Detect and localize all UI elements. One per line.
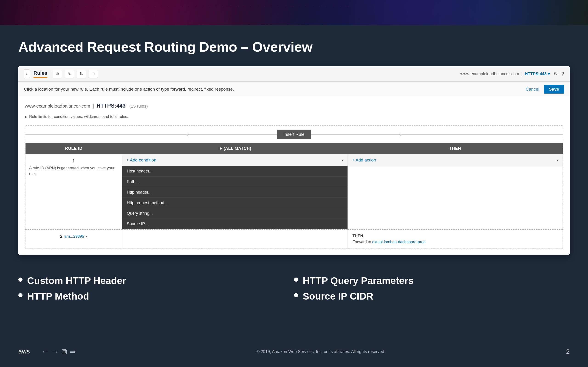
rule2-arn: 2 arn...29895 ▾ — [29, 234, 118, 239]
rule2-forward-target-link[interactable]: exmpl-lambda-dashboard-prod — [372, 240, 425, 244]
condition-option-host-header[interactable]: Host header... — [122, 166, 347, 177]
action-chevron-icon: ▾ — [556, 158, 558, 162]
rule2-then-label: THEN — [352, 234, 558, 238]
notification-actions: Cancel Save — [526, 85, 564, 94]
reorder-button[interactable]: ⇅ — [77, 70, 86, 78]
host-protocol-port: HTTPS:443 — [96, 102, 126, 109]
nav-icons: ← → ⧉ ⇒ — [41, 347, 76, 356]
add-condition-label: + Add condition — [126, 158, 156, 163]
help-button[interactable]: ? — [561, 71, 564, 77]
console-mockup: ‹ Rules ⊕ ✎ ⇅ ⊖ www-exampleloadbalancer-… — [18, 66, 570, 255]
edit-button[interactable]: ✎ — [65, 70, 74, 78]
insert-rule-area: ↓ Insert Rule ↓ — [25, 126, 563, 143]
col-header-rule-id: RULE ID — [26, 143, 122, 154]
url-domain: www-exampleloadbalancer-com — [460, 72, 519, 76]
nav-next-icon[interactable]: ⇒ — [69, 347, 76, 356]
tab-rules[interactable]: Rules — [34, 70, 47, 78]
rule-limits-text: Rule limits for condition values, wildca… — [29, 115, 128, 119]
bullet-item: HTTP Query Parameters — [294, 275, 570, 286]
rules-count: (15 rules) — [129, 104, 148, 108]
rule-dashed-box: ↓ Insert Rule ↓ RULE ID IF (all match) T… — [25, 125, 563, 249]
condition-option-http-request-method[interactable]: Http request method... — [122, 198, 347, 208]
condition-dropdown: Host header... Path... Http header... Ht… — [122, 166, 347, 229]
bullet-text-source-ip: Source IP CIDR — [303, 291, 373, 302]
refresh-button[interactable]: ↻ — [553, 71, 558, 77]
nav-back-icon[interactable]: ← — [41, 347, 49, 356]
bullet-item: Source IP CIDR — [294, 291, 570, 302]
rule2-then-cell: THEN Forward to exmpl-lambda-dashboard-p… — [348, 229, 563, 249]
rule-number: 1 — [29, 158, 118, 163]
console-host-line: www-exampleloadbalancer-com | HTTPS:443 … — [25, 102, 563, 109]
footer-copyright: © 2019, Amazon Web Services, Inc. or its… — [76, 349, 566, 354]
expand-icon: ▶ — [25, 115, 27, 119]
bullet-col-right: HTTP Query Parameters Source IP CIDR — [294, 275, 570, 307]
rule2-arn-dropdown-icon[interactable]: ▾ — [86, 235, 87, 238]
add-rule-button[interactable]: ⊕ — [53, 70, 62, 78]
condition-option-path[interactable]: Path... — [122, 177, 347, 187]
toolbar-url: www-exampleloadbalancer-com | HTTPS:443 … — [460, 71, 550, 76]
bullet-item: HTTP Method — [18, 291, 294, 302]
insert-arrow-right: ↓ — [399, 131, 401, 137]
svg-text:aws: aws — [18, 348, 30, 355]
rules-table: RULE ID IF (all match) THEN 1 A rule ID … — [25, 143, 563, 249]
console-toolbar: ‹ Rules ⊕ ✎ ⇅ ⊖ www-exampleloadbalancer-… — [18, 66, 570, 82]
rule2-number: 2 — [60, 234, 62, 239]
rule2-forward-prefix: Forward to — [352, 240, 371, 244]
condition-chevron-icon: ▾ — [342, 158, 343, 162]
insert-arrow-left: ↓ — [187, 131, 189, 137]
col-header-if: IF (all match) — [122, 143, 348, 154]
bottom-section: Custom HTTP Header HTTP Method HTTP Quer… — [0, 264, 588, 313]
bullet-col-left: Custom HTTP Header HTTP Method — [18, 275, 294, 307]
table-row: 2 arn...29895 ▾ THEN Forward to — [26, 229, 563, 249]
add-condition-button[interactable]: + Add condition ▾ — [122, 154, 347, 166]
rule-id-description: A rule ID (ARN) is generated when you sa… — [29, 165, 118, 177]
rule-id-cell: 1 A rule ID (ARN) is generated when you … — [26, 154, 122, 230]
add-action-button[interactable]: + Add action ▾ — [348, 154, 562, 166]
bullet-text-http-query: HTTP Query Parameters — [303, 275, 414, 286]
main-content: Advanced Request Routing Demo – Overview… — [0, 25, 588, 264]
if-condition-cell: + Add condition ▾ Host header... Path...… — [122, 154, 348, 230]
notification-message: Click a location for your new rule. Each… — [24, 87, 234, 92]
cancel-button[interactable]: Cancel — [526, 87, 539, 92]
condition-option-query-string[interactable]: Query string... — [122, 208, 347, 219]
host-domain: www-exampleloadbalancer-com — [25, 103, 90, 108]
bullet-dot — [18, 277, 23, 282]
condition-option-http-header[interactable]: Http header... — [122, 187, 347, 198]
condition-option-source-ip[interactable]: Source IP... — [122, 219, 347, 229]
bullet-text-custom-header: Custom HTTP Header — [27, 275, 126, 286]
bullet-dot — [18, 293, 23, 297]
table-row: 1 A rule ID (ARN) is generated when you … — [26, 154, 563, 230]
then-action-cell: + Add action ▾ — [348, 154, 563, 230]
slide-title: Advanced Request Routing Demo – Overview — [18, 39, 570, 55]
host-separator: | — [93, 103, 94, 108]
rule2-arn-link[interactable]: arn...29895 — [64, 234, 84, 239]
aws-footer: aws ← → ⧉ ⇒ © 2019, Amazon Web Services,… — [18, 345, 570, 358]
nav-forward-icon[interactable]: → — [52, 347, 59, 356]
back-button[interactable]: ‹ — [24, 69, 30, 78]
col-header-then: THEN — [348, 143, 563, 154]
notification-bar: Click a location for your new rule. Each… — [18, 82, 570, 97]
console-body: www-exampleloadbalancer-com | HTTPS:443 … — [18, 97, 570, 255]
insert-rule-button[interactable]: Insert Rule — [277, 130, 311, 139]
aws-logo-area: aws ← → ⧉ ⇒ — [18, 345, 76, 358]
add-action-label: + Add action — [352, 158, 376, 163]
rule2-then-forward: Forward to exmpl-lambda-dashboard-prod — [352, 240, 558, 244]
save-button[interactable]: Save — [544, 85, 564, 94]
rule2-if-cell — [122, 229, 348, 249]
toolbar-icons: ⊕ ✎ ⇅ ⊖ — [53, 70, 98, 78]
url-port-link[interactable]: HTTPS:443 ▾ — [525, 72, 550, 76]
bullet-dot — [294, 277, 298, 282]
bullet-dot — [294, 293, 298, 297]
delete-button[interactable]: ⊖ — [89, 70, 98, 78]
bullet-text-http-method: HTTP Method — [27, 291, 89, 302]
nav-copy-icon[interactable]: ⧉ — [61, 347, 67, 356]
rule-limits-bar[interactable]: ▶ Rule limits for condition values, wild… — [25, 113, 563, 121]
rule2-id-cell: 2 arn...29895 ▾ — [26, 229, 122, 249]
slide-number: 2 — [566, 348, 570, 355]
top-banner — [0, 0, 588, 25]
aws-logo: aws — [18, 345, 37, 358]
bullet-item: Custom HTTP Header — [18, 275, 294, 286]
